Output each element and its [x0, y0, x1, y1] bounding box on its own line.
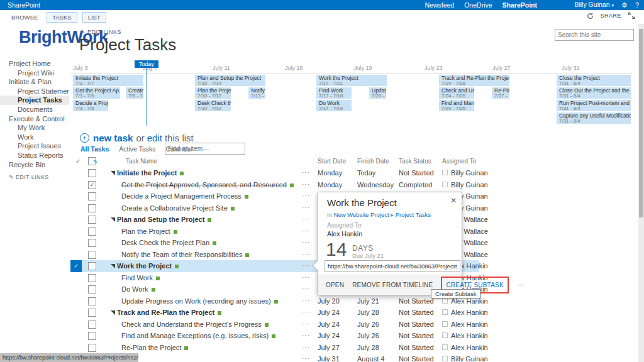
- url-field[interactable]: [325, 260, 460, 272]
- task-name[interactable]: Find Work: [121, 272, 160, 284]
- timeline-bar[interactable]: Work the Project7/17 - 7/21: [316, 75, 387, 86]
- task-row[interactable]: Track and Re-Plan the Project···July 24J…: [70, 307, 479, 319]
- sidebar-item-project-issues[interactable]: Project Issues: [0, 141, 69, 151]
- task-row[interactable]: Update Progress on Work (recording any i…: [70, 295, 479, 307]
- timeline-bar[interactable]: Create ...7/6 - 7/7: [126, 87, 143, 99]
- suite-link-sharepoint[interactable]: SharePoint: [502, 0, 537, 10]
- timeline-bar[interactable]: Do Work7/17 - 7/19: [316, 100, 352, 111]
- suite-link-onedrive[interactable]: OneDrive: [464, 0, 492, 10]
- select-all-icon[interactable]: ✎: [88, 157, 96, 165]
- breadcrumb-site-link[interactable]: New Website Project: [334, 211, 389, 218]
- new-task-button[interactable]: new task: [93, 133, 133, 143]
- row-checkbox[interactable]: [88, 321, 96, 329]
- ribbon-tab-tasks[interactable]: TASKS: [47, 12, 77, 23]
- task-row[interactable]: Find and Manage Exceptions (e.g. issues,…: [70, 330, 479, 342]
- row-ellipsis[interactable]: ···: [302, 330, 310, 342]
- sharepoint-brand[interactable]: SharePoint: [8, 0, 40, 10]
- row-checkbox[interactable]: [88, 251, 96, 259]
- task-name[interactable]: Create a Collaborative Project Site: [121, 202, 235, 214]
- task-row[interactable]: Initiate the Project···MondayTodayNot St…: [70, 167, 479, 179]
- row-checkbox[interactable]: ✓: [88, 181, 96, 189]
- row-ellipsis[interactable]: ···: [302, 319, 310, 331]
- task-name[interactable]: Update Progress on Work (recording any i…: [121, 295, 278, 307]
- row-ellipsis[interactable]: ···: [302, 342, 310, 354]
- row-ellipsis[interactable]: ···: [302, 260, 310, 272]
- row-checkbox[interactable]: [88, 332, 96, 340]
- row-ellipsis[interactable]: ···: [302, 249, 310, 261]
- row-ellipsis[interactable]: ···: [302, 295, 310, 307]
- task-name[interactable]: Find and Manage Exceptions (e.g. issues,…: [121, 330, 275, 342]
- row-ellipsis[interactable]: ···: [302, 353, 310, 362]
- row-ellipsis[interactable]: ···: [302, 179, 310, 191]
- row-checkbox[interactable]: [88, 309, 96, 317]
- help-icon[interactable]: ?: [635, 0, 639, 10]
- timeline-bar[interactable]: Check and Underst...7/24 - 7/26: [439, 87, 474, 99]
- row-checkbox[interactable]: [88, 344, 96, 352]
- task-name[interactable]: Plan the Project: [121, 226, 177, 238]
- sidebar-item-work[interactable]: Work: [0, 133, 69, 142]
- sidebar-item-recycle-bin[interactable]: Recycle Bin: [0, 160, 69, 170]
- timeline-bar[interactable]: Re-Plan...7/27 - 7/28: [492, 87, 509, 99]
- task-name[interactable]: Plan and Setup the Project: [117, 214, 211, 226]
- find-item-input[interactable]: [165, 145, 253, 152]
- sync-icon[interactable]: [587, 13, 594, 19]
- edit-links-top[interactable]: ✎ EDIT LINKS: [80, 29, 121, 35]
- col-task-status[interactable]: Task Status: [399, 157, 431, 166]
- sidebar-item-edit-links[interactable]: ✎ EDIT LINKS: [0, 173, 69, 182]
- task-row[interactable]: ✓Get the Project Approved, Sponsored, an…: [70, 179, 479, 191]
- timeline-bar[interactable]: Track and Re-Plan the Project7/24 - 7/28: [439, 75, 509, 86]
- timeline-bar[interactable]: Update...7/20 - 7/21: [369, 87, 386, 99]
- task-name[interactable]: Notify the Team of their Responsibilitie…: [121, 249, 249, 261]
- timeline-bar[interactable]: Run Project Post-mortem and Track Less..…: [557, 100, 631, 111]
- timeline-bar[interactable]: Desk Check the Pr...7/10 - 7/12: [195, 100, 231, 111]
- view-tab-active-tasks[interactable]: Active Tasks: [119, 145, 155, 153]
- row-checkbox[interactable]: [88, 297, 96, 305]
- row-checkbox[interactable]: [88, 285, 96, 293]
- row-ellipsis[interactable]: ···: [302, 283, 310, 295]
- remove-from-timeline-button[interactable]: REMOVE FROM TIMELINE: [352, 282, 433, 288]
- task-name[interactable]: Work the Project: [117, 260, 179, 272]
- open-button[interactable]: OPEN: [326, 282, 344, 288]
- task-row[interactable]: Check and Understand the Project's Progr…: [70, 319, 479, 331]
- col-finish-date[interactable]: Finish Date: [357, 157, 389, 166]
- task-row[interactable]: Re-Plan the Project···July 27July 28Not …: [70, 342, 479, 354]
- row-ellipsis[interactable]: ···: [302, 226, 310, 238]
- timeline-bar[interactable]: Capture any Useful Modifications (made .…: [557, 112, 631, 124]
- expand-icon[interactable]: [111, 217, 115, 222]
- timeline-bar[interactable]: Plan and Setup the Project7/10 - 7/14: [195, 75, 265, 86]
- expand-icon[interactable]: [111, 264, 115, 268]
- task-name[interactable]: Decide a Project Management Process: [121, 190, 248, 202]
- sidebar-item-initiate-plan[interactable]: Initiate & Plan: [0, 77, 69, 87]
- suite-link-newsfeed[interactable]: Newsfeed: [425, 0, 455, 10]
- timeline-bar[interactable]: Close Out the Project and the Project si…: [557, 87, 631, 99]
- task-name[interactable]: Desk Check the Project Plan: [121, 237, 216, 249]
- row-ellipsis[interactable]: ···: [302, 167, 310, 179]
- task-name[interactable]: Track and Re-Plan the Project: [117, 307, 221, 319]
- gear-icon[interactable]: ⚙: [621, 0, 628, 10]
- view-tab-all-tasks[interactable]: All Tasks: [80, 145, 109, 153]
- expand-icon[interactable]: [111, 171, 115, 175]
- sidebar-item-project-statement[interactable]: Project Statement: [0, 87, 69, 96]
- row-ellipsis[interactable]: ···: [302, 202, 310, 214]
- timeline-bar[interactable]: Plan the Project7/10 - 7/12: [195, 87, 231, 99]
- callout-more-button[interactable]: ···: [517, 282, 524, 288]
- task-name[interactable]: Check and Understand the Project's Progr…: [121, 319, 269, 331]
- sidebar-item-project-home[interactable]: Project Home: [0, 59, 69, 69]
- row-checkbox[interactable]: [88, 204, 96, 212]
- task-name[interactable]: Do Work: [121, 283, 155, 295]
- close-icon[interactable]: ✕: [450, 196, 457, 205]
- timeline-bar[interactable]: Close the Project7/31 - 8/4: [557, 75, 631, 86]
- task-name[interactable]: Get the Project Approved, Sponsored, and…: [121, 179, 294, 191]
- focus-mode-icon[interactable]: [628, 12, 635, 19]
- ribbon-tab-list[interactable]: LIST: [82, 12, 106, 23]
- row-checkbox[interactable]: [88, 262, 96, 270]
- timeline-bar[interactable]: Initiate the Project7/3 - 7/7: [73, 75, 143, 86]
- row-checkbox[interactable]: [88, 228, 96, 236]
- sidebar-item-project-wiki[interactable]: Project Wiki: [0, 69, 69, 78]
- share-button[interactable]: SHARE: [600, 13, 621, 19]
- ribbon-tab-browse[interactable]: BROWSE: [8, 12, 42, 23]
- timeline-bar[interactable]: Find Work7/17 - 7/18: [316, 87, 352, 99]
- sidebar-item-documents[interactable]: Documents: [0, 105, 69, 114]
- breadcrumb-list-link[interactable]: Project Tasks: [396, 211, 431, 218]
- user-menu[interactable]: Billy Guinan▾: [574, 0, 614, 11]
